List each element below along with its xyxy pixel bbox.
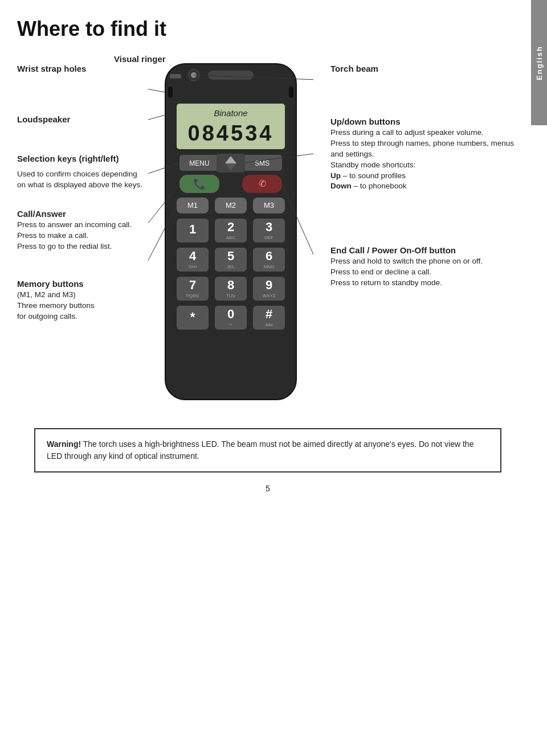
updown-desc3: Standby mode shortcuts: xyxy=(330,160,519,171)
svg-text:+: + xyxy=(230,323,232,327)
side-language-tab: English xyxy=(531,0,547,125)
svg-text:✆: ✆ xyxy=(259,179,266,188)
visual-ringer-label: Visual ringer xyxy=(114,54,166,64)
used-to-confirm-text: Used to confirm choices depending on wha… xyxy=(17,169,142,191)
svg-text:4: 4 xyxy=(189,249,197,263)
wrist-strap-label: Wrist strap holes xyxy=(17,64,142,75)
memory-buttons-title: Memory buttons xyxy=(17,279,142,289)
updown-desc2: Press to step through names, phone numbe… xyxy=(330,138,519,160)
end-call-desc2: Press to end or decline a call. xyxy=(330,267,519,278)
svg-text:0: 0 xyxy=(227,307,234,321)
memory-buttons-label: Memory buttons (M1, M2 and M3)Three memo… xyxy=(17,279,142,322)
updown-buttons-label: Up/down buttons Press during a call to a… xyxy=(330,117,519,192)
updown-desc1: Press during a call to adjust speaker vo… xyxy=(330,128,519,138)
warning-label: Warning! xyxy=(47,439,81,449)
svg-text:MENU: MENU xyxy=(189,159,209,167)
svg-text:084534: 084534 xyxy=(188,121,274,145)
svg-text:M1: M1 xyxy=(187,201,198,209)
updown-up: Up – to sound profiles xyxy=(330,171,519,182)
svg-text:2: 2 xyxy=(227,220,234,234)
memory-buttons-text: (M1, M2 and M3)Three memory buttonsfor o… xyxy=(17,290,142,322)
svg-text:3: 3 xyxy=(266,220,272,234)
torch-beam-label: Torch beam xyxy=(330,64,519,75)
svg-text:1: 1 xyxy=(189,222,196,236)
content-area: Wrist strap holes Loudspeaker Selection … xyxy=(17,58,519,411)
page-title: Where to find it xyxy=(17,17,519,41)
page-number: 5 xyxy=(17,484,519,493)
end-call-desc3: Press to return to standby mode. xyxy=(330,278,519,289)
selection-keys-label: Selection keys (right/left) xyxy=(17,154,142,165)
svg-text:M3: M3 xyxy=(264,201,274,209)
svg-text:7: 7 xyxy=(189,278,196,292)
end-call-title: End Call / Power On-Off button xyxy=(330,245,519,255)
loudspeaker-label: Loudspeaker xyxy=(17,114,142,125)
svg-text:PQRS: PQRS xyxy=(186,293,199,298)
svg-text:TUV: TUV xyxy=(226,293,236,298)
phone-svg: 084534 Binatone MENU SMS 📞 xyxy=(148,58,313,411)
selection-keys-title: Selection keys (right/left) xyxy=(17,154,142,163)
warning-text: The torch uses a high-brightness LED. Th… xyxy=(47,439,473,461)
svg-text:6: 6 xyxy=(266,249,272,263)
right-annotations: Torch beam Up/down buttons Press during … xyxy=(319,58,519,297)
svg-rect-4 xyxy=(168,87,173,98)
svg-text:M2: M2 xyxy=(226,201,236,209)
updown-title: Up/down buttons xyxy=(330,117,519,126)
svg-text:5: 5 xyxy=(227,249,234,263)
torch-beam-title: Torch beam xyxy=(330,64,519,73)
end-call-label: End Call / Power On-Off button Press and… xyxy=(330,245,519,289)
end-call-desc1: Press and hold to switch the phone on or… xyxy=(330,256,519,267)
call-answer-label: Call/Answer Press to answer an incoming … xyxy=(17,209,142,252)
svg-text:📞: 📞 xyxy=(193,178,206,190)
svg-text:8: 8 xyxy=(227,278,234,292)
press-go-text: Press to go to the redial list. xyxy=(17,241,142,252)
svg-text:*: * xyxy=(190,310,195,324)
svg-line-61 xyxy=(148,81,165,92)
svg-text:9: 9 xyxy=(266,278,272,292)
press-answer-text: Press to answer an incoming call. xyxy=(17,220,142,231)
svg-rect-5 xyxy=(289,87,293,98)
used-to-confirm-label: Used to confirm choices depending on wha… xyxy=(17,169,142,191)
updown-down: Down – to phonebook xyxy=(330,181,519,192)
svg-text:WXYZ: WXYZ xyxy=(262,293,275,298)
svg-line-62 xyxy=(148,115,165,132)
loudspeaker-title: Loudspeaker xyxy=(17,114,142,124)
svg-text:GHI: GHI xyxy=(189,264,197,269)
press-make-text: Press to make a call. xyxy=(17,231,142,241)
call-answer-title: Call/Answer xyxy=(17,209,142,219)
svg-text:ABC: ABC xyxy=(226,235,236,240)
svg-rect-6 xyxy=(170,74,181,79)
left-annotations: Wrist strap holes Loudspeaker Selection … xyxy=(17,58,142,332)
svg-text:MNO: MNO xyxy=(264,264,275,269)
language-label: English xyxy=(535,46,544,80)
svg-text:Binatone: Binatone xyxy=(214,108,247,118)
phone-diagram: 084534 Binatone MENU SMS 📞 xyxy=(142,58,319,411)
svg-text:Add: Add xyxy=(266,323,273,327)
svg-text:DEF: DEF xyxy=(264,235,274,240)
svg-text:JKL: JKL xyxy=(227,264,235,269)
wrist-strap-title: Wrist strap holes xyxy=(17,64,142,73)
svg-rect-1 xyxy=(208,71,254,80)
svg-text:#: # xyxy=(266,307,272,321)
warning-box: Warning! The torch uses a high-brightnes… xyxy=(34,428,501,472)
